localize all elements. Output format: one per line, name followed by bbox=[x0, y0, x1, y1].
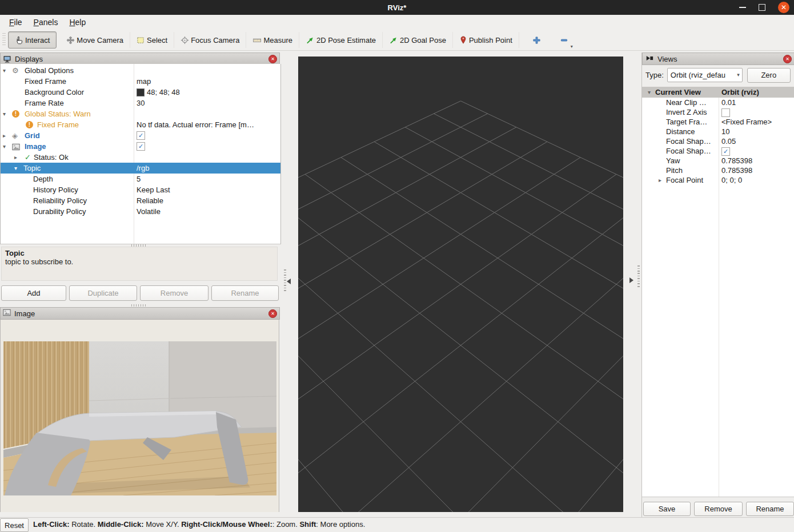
row-value[interactable]: 0.01 bbox=[721, 98, 736, 107]
collapse-left-arrow[interactable] bbox=[287, 279, 291, 284]
row-value[interactable]: Volatile bbox=[137, 206, 161, 217]
remove-view-button[interactable]: Remove bbox=[694, 502, 743, 516]
tree-row-fixed-frame[interactable]: Fixed Frame map bbox=[1, 76, 280, 87]
tool-measure[interactable]: Measure bbox=[246, 32, 299, 48]
tree-row-background-color[interactable]: Background Color 48; 48; 48 bbox=[1, 87, 280, 98]
close-views-icon[interactable]: ✕ bbox=[783, 55, 792, 63]
tree-row-near-clip[interactable]: Near Clip … 0.01 bbox=[642, 98, 794, 107]
tree-row-global-status[interactable]: ▾ ! Global Status: Warn bbox=[1, 108, 280, 119]
image-panel: Image ✕ bbox=[0, 307, 280, 512]
add-button[interactable]: Add bbox=[1, 285, 66, 301]
select-box-icon bbox=[137, 36, 145, 45]
tree-row-grid[interactable]: ▸ ◈ Grid ✓ bbox=[1, 130, 280, 141]
close-image-icon[interactable]: ✕ bbox=[268, 309, 277, 318]
row-value[interactable]: map bbox=[137, 76, 151, 87]
row-label: Focal Shap… bbox=[666, 146, 711, 156]
row-label: Frame Rate bbox=[25, 98, 64, 108]
row-value[interactable]: 48; 48; 48 bbox=[147, 87, 180, 98]
minimize-icon[interactable] bbox=[739, 7, 746, 8]
tool-publish-point[interactable]: Publish Point bbox=[453, 32, 519, 48]
maximize-icon[interactable] bbox=[759, 4, 765, 11]
expand-right-icon[interactable]: ▸ bbox=[3, 130, 6, 141]
tree-row-current-view[interactable]: ▾ Current View Orbit (rviz) bbox=[642, 87, 794, 98]
tree-row-image[interactable]: ▾ Image ✓ bbox=[1, 141, 280, 152]
add-tool-button[interactable] bbox=[527, 32, 547, 48]
views-panel-header[interactable]: Views ✕ bbox=[642, 53, 794, 65]
rename-view-button[interactable]: Rename bbox=[746, 502, 794, 516]
save-view-button[interactable]: Save bbox=[643, 502, 691, 516]
toolbar-grip-handle[interactable] bbox=[2, 33, 6, 47]
tree-row-yaw[interactable]: Yaw 0.785398 bbox=[642, 156, 794, 166]
splitter-handle[interactable] bbox=[131, 304, 146, 307]
splitter-grip[interactable] bbox=[637, 265, 640, 288]
row-value[interactable]: 0; 0; 0 bbox=[721, 175, 742, 185]
grid-icon: ◈ bbox=[12, 130, 18, 141]
invert-z-checkbox[interactable] bbox=[721, 108, 730, 117]
row-value[interactable]: 10 bbox=[721, 127, 729, 136]
tree-row-durability-policy[interactable]: Durability Policy Volatile bbox=[1, 206, 280, 217]
row-value[interactable]: 0.785398 bbox=[721, 166, 752, 175]
focal-shape-checkbox[interactable]: ✓ bbox=[721, 147, 730, 156]
tree-row-focal-point[interactable]: ▸ Focal Point 0; 0; 0 bbox=[642, 175, 794, 185]
grid-checkbox[interactable]: ✓ bbox=[137, 131, 145, 140]
splitter-grip[interactable] bbox=[284, 269, 286, 292]
row-value[interactable]: 0.785398 bbox=[721, 156, 752, 166]
expand-right-icon[interactable]: ▸ bbox=[14, 152, 17, 163]
tool-select[interactable]: Select bbox=[130, 32, 174, 48]
titlebar: RViz* ✕ bbox=[0, 0, 794, 15]
remove-tool-button[interactable]: ▾ bbox=[555, 32, 574, 48]
tree-row-frame-rate[interactable]: Frame Rate 30 bbox=[1, 98, 280, 108]
expand-down-icon[interactable]: ▾ bbox=[3, 65, 6, 76]
row-value[interactable]: Keep Last bbox=[137, 184, 170, 195]
zero-button[interactable]: Zero bbox=[747, 68, 791, 83]
tree-row-global-options[interactable]: ▾ ⚙ Global Options bbox=[1, 65, 280, 76]
3d-viewport[interactable] bbox=[298, 57, 623, 512]
tree-row-pitch[interactable]: Pitch 0.785398 bbox=[642, 166, 794, 175]
expand-down-icon[interactable]: ▾ bbox=[14, 163, 17, 174]
tool-focus-camera[interactable]: Focus Camera bbox=[174, 32, 246, 48]
expand-right-icon[interactable]: ▸ bbox=[659, 175, 661, 185]
menu-help[interactable]: Help bbox=[65, 17, 90, 28]
panel-title: Views bbox=[657, 55, 677, 63]
row-label: Topic bbox=[23, 163, 41, 174]
tree-row-target-frame[interactable]: Target Fra… <Fixed Frame> bbox=[642, 117, 794, 127]
expand-down-icon[interactable]: ▾ bbox=[3, 108, 6, 119]
duplicate-button[interactable]: Duplicate bbox=[69, 285, 137, 301]
displays-panel-header[interactable]: Displays ✕ bbox=[0, 53, 280, 65]
tree-row-history-policy[interactable]: History Policy Keep Last bbox=[1, 184, 280, 195]
image-panel-header[interactable]: Image ✕ bbox=[0, 307, 280, 320]
expand-down-icon[interactable]: ▾ bbox=[648, 87, 651, 98]
tool-2d-goal-pose[interactable]: 2D Goal Pose bbox=[383, 32, 453, 48]
tree-row-depth[interactable]: Depth 5 bbox=[1, 174, 280, 184]
row-label: Distance bbox=[666, 127, 695, 136]
row-value[interactable]: Reliable bbox=[137, 195, 163, 206]
tool-move-camera[interactable]: Move Camera bbox=[60, 32, 130, 48]
reset-button[interactable]: Reset bbox=[0, 518, 29, 532]
tree-row-reliability-policy[interactable]: Reliability Policy Reliable bbox=[1, 195, 280, 206]
tree-row-status-ok[interactable]: ▸ ✓ Status: Ok bbox=[1, 152, 280, 163]
menu-panels[interactable]: Panels bbox=[29, 17, 63, 28]
view-type-dropdown[interactable]: Orbit (rviz_defau ▾ bbox=[667, 68, 743, 82]
tool-2d-pose-estimate[interactable]: 2D Pose Estimate bbox=[299, 32, 383, 48]
row-value[interactable]: 30 bbox=[137, 98, 145, 108]
row-value[interactable]: /rgb bbox=[137, 163, 149, 174]
collapse-right-arrow[interactable] bbox=[629, 277, 633, 283]
tree-row-fixed-frame-warn[interactable]: ! Fixed Frame No tf data. Actual error: … bbox=[1, 119, 280, 130]
menu-file[interactable]: File bbox=[5, 17, 27, 28]
row-value[interactable]: 5 bbox=[137, 174, 141, 184]
expand-down-icon[interactable]: ▾ bbox=[3, 141, 6, 152]
tool-interact[interactable]: Interact bbox=[8, 31, 57, 49]
tree-row-focal-shape-size[interactable]: Focal Shap… 0.05 bbox=[642, 136, 794, 146]
row-label: Current View bbox=[655, 87, 701, 98]
close-displays-icon[interactable]: ✕ bbox=[268, 55, 277, 63]
close-window-icon[interactable]: ✕ bbox=[778, 2, 789, 13]
tree-row-focal-shape-fixed[interactable]: Focal Shap… ✓ bbox=[642, 146, 794, 156]
tree-row-invert-z-axis[interactable]: Invert Z Axis bbox=[642, 107, 794, 117]
row-value[interactable]: <Fixed Frame> bbox=[721, 117, 772, 127]
row-value[interactable]: 0.05 bbox=[721, 136, 736, 146]
image-checkbox[interactable]: ✓ bbox=[137, 142, 145, 151]
tree-row-distance[interactable]: Distance 10 bbox=[642, 127, 794, 136]
tree-row-topic[interactable]: ▾ Topic /rgb bbox=[1, 163, 280, 174]
remove-button[interactable]: Remove bbox=[140, 285, 208, 301]
rename-button[interactable]: Rename bbox=[211, 285, 279, 301]
